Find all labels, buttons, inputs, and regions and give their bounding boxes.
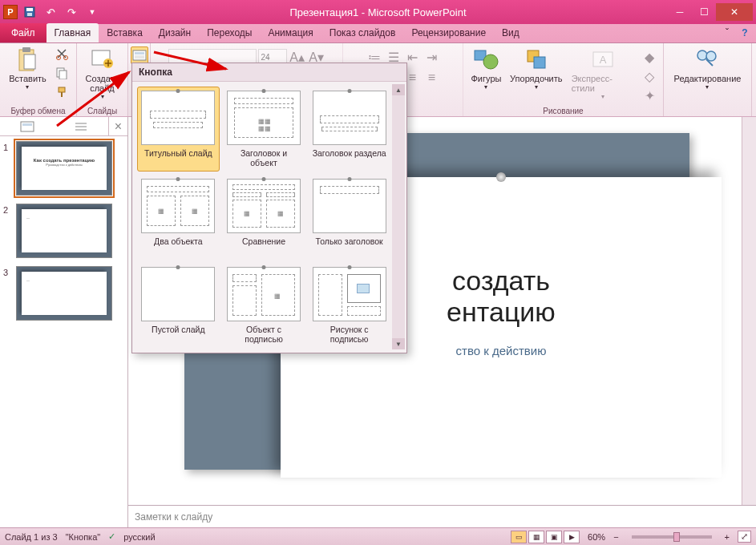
- layout-title-slide[interactable]: Титульный слайд: [137, 87, 220, 172]
- notes-placeholder: Заметки к слайду: [135, 511, 212, 523]
- layout-picture-caption[interactable]: Рисунок с подписью: [308, 263, 390, 348]
- editing-label: Редактирование: [674, 74, 742, 83]
- layout-section-header[interactable]: Заголовок раздела: [308, 87, 390, 172]
- undo-button[interactable]: ↶: [42, 3, 59, 21]
- svg-rect-16: [135, 55, 144, 59]
- paste-label: Вставить: [9, 74, 46, 83]
- vertical-scrollbar[interactable]: [742, 117, 756, 505]
- qat-dropdown[interactable]: ▼: [83, 3, 101, 21]
- zoom-handle[interactable]: [673, 532, 680, 542]
- layout-title-content[interactable]: ▦▦▦▦ Заголовок и объект: [223, 87, 305, 172]
- slide-thumbnail-3[interactable]: 3 —: [3, 266, 124, 321]
- slide-panel: × 1 Как создать презентациюРуководство к…: [0, 117, 128, 527]
- arrange-label: Упорядочить: [510, 74, 562, 83]
- svg-rect-4: [22, 47, 30, 52]
- outline-tab[interactable]: [55, 117, 109, 135]
- shapes-icon: [473, 46, 499, 72]
- group-slides: Создать слайд ▾ Слайды: [77, 43, 128, 116]
- quick-styles-label: Экспресс-стили: [572, 74, 634, 93]
- tab-insert[interactable]: Вставка: [99, 23, 151, 42]
- ribbon-minimize-icon[interactable]: ˇ: [721, 26, 734, 39]
- tab-slideshow[interactable]: Показ слайдов: [321, 23, 404, 42]
- shapes-label: Фигуры: [471, 74, 502, 83]
- save-button[interactable]: [21, 3, 38, 21]
- slides-tab[interactable]: [0, 117, 55, 135]
- zoom-out-button[interactable]: −: [613, 532, 618, 542]
- layout-label: Титульный слайд: [144, 148, 212, 168]
- notes-pane[interactable]: Заметки к слайду: [128, 505, 756, 527]
- tab-view[interactable]: Вид: [494, 23, 528, 42]
- format-painter-button[interactable]: [53, 83, 71, 101]
- tab-home[interactable]: Главная: [46, 23, 99, 42]
- ribbon-tabs: Файл Главная Вставка Дизайн Переходы Ани…: [0, 24, 756, 43]
- layout-title-only[interactable]: Только заголовок: [308, 175, 390, 260]
- svg-rect-2: [27, 13, 32, 16]
- layout-blank[interactable]: Пустой слайд: [137, 263, 220, 348]
- svg-rect-9: [59, 71, 67, 79]
- view-sorter-button[interactable]: ▦: [528, 531, 544, 543]
- maximize-button[interactable]: ☐: [692, 3, 716, 21]
- svg-rect-5: [24, 54, 35, 69]
- new-slide-button[interactable]: Создать слайд ▾: [83, 45, 123, 102]
- thumb-number: 3: [3, 266, 16, 321]
- layout-content-caption[interactable]: ▦ Объект с подписью: [223, 263, 305, 348]
- minimize-button[interactable]: ─: [668, 3, 692, 21]
- fit-window-button[interactable]: ⤢: [738, 531, 751, 543]
- scroll-up-icon[interactable]: ▲: [392, 84, 405, 95]
- layout-label: Пустой слайд: [152, 325, 204, 344]
- zoom-level[interactable]: 60%: [588, 532, 605, 542]
- app-icon[interactable]: P: [3, 5, 18, 19]
- layout-button[interactable]: [131, 46, 148, 64]
- layout-label: Заголовок раздела: [313, 148, 386, 168]
- spellcheck-icon[interactable]: ✓: [108, 531, 115, 542]
- redo-button[interactable]: ↷: [63, 3, 80, 21]
- panel-close-button[interactable]: ×: [108, 117, 127, 135]
- quick-access-toolbar: P ↶ ↷ ▼: [3, 3, 101, 21]
- status-language[interactable]: русский: [123, 532, 155, 542]
- zoom-in-button[interactable]: +: [725, 532, 730, 542]
- view-normal-button[interactable]: ▭: [511, 531, 527, 543]
- arrange-button[interactable]: Упорядочить▾: [507, 45, 565, 92]
- layout-label: Заголовок и объект: [227, 148, 301, 168]
- tab-review[interactable]: Рецензирование: [403, 23, 494, 42]
- layout-two-content[interactable]: ▦ ▦ Два объекта: [137, 175, 220, 260]
- quick-styles-icon: A: [590, 46, 616, 72]
- close-button[interactable]: ✕: [716, 3, 753, 21]
- help-icon[interactable]: ?: [738, 26, 751, 39]
- group-label: Слайды: [77, 107, 127, 115]
- justify-button[interactable]: ≡: [423, 69, 441, 87]
- zoom-slider[interactable]: [632, 535, 712, 539]
- layout-comparison[interactable]: ▦ ▦ Сравнение: [223, 175, 305, 260]
- svg-rect-1: [26, 8, 33, 11]
- new-slide-label: Создать слайд: [86, 74, 119, 93]
- paste-button[interactable]: Вставить ▾: [6, 45, 50, 92]
- status-theme: "Кнопка": [66, 532, 101, 542]
- find-button[interactable]: Редактирование▾: [671, 45, 745, 92]
- paste-icon: [14, 46, 40, 72]
- tab-animation[interactable]: Анимация: [260, 23, 321, 42]
- svg-rect-11: [61, 92, 63, 97]
- shape-fill-button[interactable]: ◆: [641, 48, 658, 66]
- file-tab[interactable]: Файл: [0, 23, 46, 42]
- cut-button[interactable]: [53, 45, 71, 63]
- new-slide-icon: [90, 46, 115, 72]
- quick-styles-button[interactable]: A Экспресс-стили▾: [568, 45, 637, 102]
- scroll-down-icon[interactable]: ▼: [392, 338, 405, 349]
- svg-rect-20: [534, 57, 545, 68]
- tab-transitions[interactable]: Переходы: [199, 23, 260, 42]
- shape-effects-button[interactable]: ✦: [641, 87, 658, 104]
- view-slideshow-button[interactable]: ▶: [564, 531, 580, 543]
- increase-indent-button[interactable]: ⇥: [423, 48, 441, 66]
- slide-thumbnail-2[interactable]: 2 —: [3, 204, 124, 258]
- tab-design[interactable]: Дизайн: [151, 23, 199, 42]
- copy-button[interactable]: [53, 64, 71, 82]
- svg-point-24: [706, 51, 716, 61]
- view-reading-button[interactable]: ▣: [546, 531, 562, 543]
- arrange-icon: [524, 46, 549, 72]
- shape-outline-button[interactable]: ◇: [641, 67, 658, 85]
- svg-rect-25: [21, 122, 34, 131]
- slide-thumbnail-1[interactable]: 1 Как создать презентациюРуководство к д…: [3, 141, 124, 196]
- layout-label: Два объекта: [154, 236, 202, 256]
- shapes-button[interactable]: Фигуры▾: [468, 45, 504, 92]
- gallery-scrollbar[interactable]: ▲ ▼: [392, 84, 405, 349]
